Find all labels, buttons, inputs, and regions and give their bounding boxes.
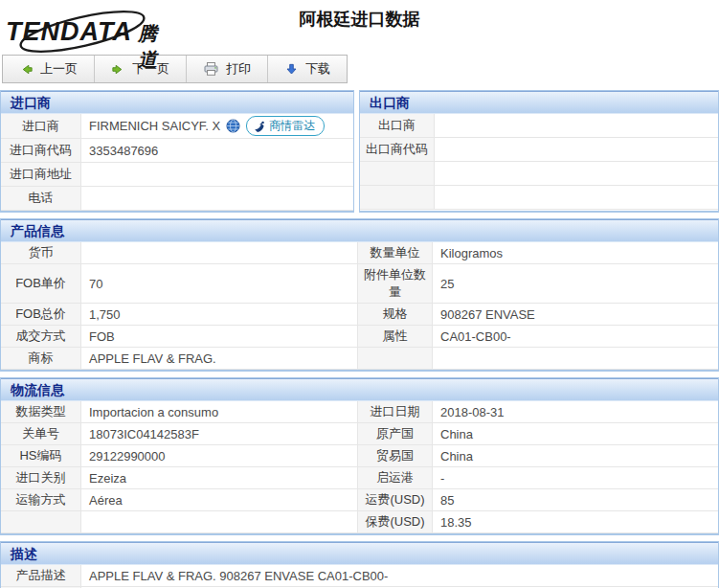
exporter-empty-value-1	[435, 162, 718, 186]
importer-section: 进口商 进口商 FIRMENICH SAICYF. X	[0, 90, 354, 213]
logistics-info-table: 数据类型 Importacion a consumo 进口日期 2018-08-…	[1, 401, 718, 533]
description-table: 产品描述 APPLE FLAV & FRAG. 908267 ENVASE CA…	[1, 565, 718, 588]
product-description-label: 产品描述	[1, 565, 81, 587]
logo-text-en: TENDATA	[6, 17, 132, 47]
business-radar-label: 商情雷达	[269, 118, 315, 134]
importer-name-label: 进口商	[1, 114, 81, 139]
fob-total-value: 1,750	[81, 304, 358, 326]
importer-address-value	[81, 163, 353, 187]
customs-no-label: 关单号	[1, 423, 81, 445]
insurance-usd-value: 18.35	[433, 511, 718, 533]
product-info-table: 货币 数量单位 Kilogramos FOB单价 70 附件单位数量 25 FO…	[1, 242, 718, 370]
business-radar-badge[interactable]: 商情雷达	[246, 116, 325, 136]
page: TENDATA 腾道 阿根廷进口数据 上一页 下一页	[0, 0, 719, 588]
product-info-header: 产品信息	[1, 219, 718, 242]
brand-label: 商标	[1, 348, 81, 370]
product-info-section: 产品信息 货币 数量单位 Kilogramos FOB单价 70 附件单位数量 …	[0, 218, 719, 372]
spec-value: 908267 ENVASE	[433, 304, 718, 326]
logistics-info-header: 物流信息	[1, 378, 718, 401]
fob-total-label: FOB总价	[1, 304, 81, 326]
logistics-info-section: 物流信息 数据类型 Importacion a consumo 进口日期 201…	[0, 377, 719, 535]
importer-phone-label: 电话	[1, 187, 81, 211]
quantity-unit-value: Kilogramos	[433, 242, 718, 264]
print-button[interactable]: 打印	[187, 56, 268, 82]
importer-table: 进口商 FIRMENICH SAICYF. X	[1, 114, 353, 211]
description-section: 描述 产品描述 APPLE FLAV & FRAG. 908267 ENVASE…	[0, 541, 719, 588]
logo-text-cn: 腾道	[138, 21, 169, 73]
exporter-table: 出口商 出口商代码	[360, 114, 718, 210]
trade-country-value: China	[433, 445, 718, 467]
importer-company-name: FIRMENICH SAICYF. X	[89, 119, 220, 133]
fob-unit-price-label: FOB单价	[1, 264, 81, 304]
attached-unit-qty-label: 附件单位数量	[358, 264, 433, 304]
importer-name-value: FIRMENICH SAICYF. X 商	[81, 114, 353, 139]
exporter-name-value	[435, 114, 718, 138]
arrow-down-icon	[284, 62, 299, 77]
departure-port-value: -	[433, 467, 718, 489]
exporter-empty-label-1	[360, 162, 435, 186]
trade-country-label: 贸易国	[358, 445, 433, 467]
quantity-unit-label: 数量单位	[358, 242, 433, 264]
freight-usd-label: 运费(USD)	[358, 489, 433, 511]
spec-label: 规格	[358, 304, 433, 326]
data-type-label: 数据类型	[1, 401, 81, 423]
print-label: 打印	[226, 60, 251, 78]
importer-code-value: 3353487696	[81, 139, 353, 163]
exporter-empty-value-2	[435, 186, 718, 210]
exporter-empty-label-2	[360, 186, 435, 210]
departure-port-label: 启运港	[358, 467, 433, 489]
product-empty-value	[433, 348, 718, 370]
import-customs-value: Ezeiza	[81, 467, 358, 489]
exporter-section: 出口商 出口商 出口商代码	[359, 90, 719, 213]
transport-mode-value: Aérea	[81, 489, 358, 511]
importer-code-label: 进口商代码	[1, 139, 81, 163]
origin-country-value: China	[433, 423, 718, 445]
product-empty-label	[358, 348, 433, 370]
importer-section-header: 进口商	[1, 91, 353, 114]
exporter-code-label: 出口商代码	[360, 138, 435, 162]
currency-value	[81, 242, 358, 264]
import-date-label: 进口日期	[358, 401, 433, 423]
exporter-name-label: 出口商	[360, 114, 435, 138]
brand-value: APPLE FLAV & FRAG.	[81, 348, 358, 370]
logistics-empty-label	[1, 511, 81, 533]
trade-terms-label: 成交方式	[1, 326, 81, 348]
origin-country-label: 原产国	[358, 423, 433, 445]
attached-unit-qty-value: 25	[433, 264, 718, 304]
hs-code-label: HS编码	[1, 445, 81, 467]
freight-usd-value: 85	[433, 489, 718, 511]
importer-phone-value	[81, 187, 353, 211]
fob-unit-price-value: 70	[81, 264, 358, 304]
import-date-value: 2018-08-31	[433, 401, 718, 423]
import-customs-label: 进口关别	[1, 467, 81, 489]
printer-icon	[203, 61, 219, 77]
insurance-usd-label: 保费(USD)	[358, 511, 433, 533]
tendata-logo: TENDATA 腾道	[6, 10, 169, 54]
importer-address-label: 进口商地址	[1, 163, 81, 187]
exporter-section-header: 出口商	[360, 91, 718, 114]
satellite-dish-icon	[254, 121, 265, 132]
trade-terms-value: FOB	[81, 326, 358, 348]
download-button[interactable]: 下载	[268, 56, 347, 82]
hs-code-value: 29122990000	[81, 445, 358, 467]
logistics-empty-value	[81, 511, 358, 533]
globe-icon[interactable]	[226, 119, 240, 133]
currency-label: 货币	[1, 242, 81, 264]
attribute-label: 属性	[358, 326, 433, 348]
transport-mode-label: 运输方式	[1, 489, 81, 511]
product-description-value: APPLE FLAV & FRAG. 908267 ENVASE CA01-CB…	[81, 565, 718, 587]
description-header: 描述	[1, 542, 718, 565]
customs-no-value: 18073IC04142583F	[81, 423, 358, 445]
trader-sections: 进口商 进口商 FIRMENICH SAICYF. X	[0, 90, 719, 218]
data-type-value: Importacion a consumo	[81, 401, 358, 423]
masthead: TENDATA 腾道 阿根廷进口数据	[0, 0, 719, 54]
attribute-value: CA01-CB00-	[433, 326, 718, 348]
download-label: 下载	[305, 60, 330, 78]
exporter-code-value	[435, 138, 718, 162]
